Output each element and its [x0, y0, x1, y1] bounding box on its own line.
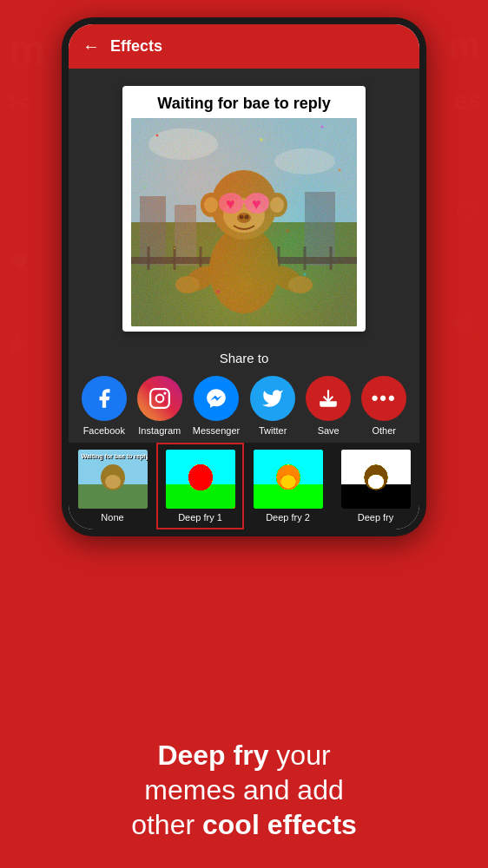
doodle-smiley: ☺ [451, 191, 483, 227]
meme-title: Waiting for bae to reply [131, 95, 357, 113]
effect-df2-label: Deep fry 2 [266, 512, 310, 523]
share-other[interactable]: ••• Other [361, 376, 406, 436]
effect-none-label: None [101, 512, 123, 523]
share-messenger[interactable]: Messenger [193, 376, 240, 436]
instagram-label: Instagram [138, 425, 181, 436]
twitter-label: Twitter [259, 425, 287, 436]
twitter-icon [250, 376, 295, 421]
effect-none-thumb: Waiting for bae to reply [78, 450, 148, 509]
svg-rect-46 [150, 389, 169, 408]
other-label: Other [372, 425, 396, 436]
svg-point-47 [155, 395, 163, 403]
thumb-text-none: Waiting for bae to reply [82, 453, 148, 459]
svg-point-48 [163, 391, 166, 394]
doodle-star: ★ [5, 330, 27, 358]
effect-df2-thumb: Waiting for bae to reply [254, 450, 323, 509]
effect-deep-fry-3[interactable]: Waiting for bae to reply Deep fry [332, 443, 419, 529]
tagline-bold-3: cool effects [202, 809, 357, 840]
svg-rect-63 [254, 450, 323, 509]
bottom-tagline: Deep fry your memes and add other cool e… [35, 738, 453, 842]
share-instagram[interactable]: Instagram [137, 376, 182, 436]
messenger-icon [194, 376, 239, 421]
share-label: Share to [220, 351, 269, 365]
effect-df1-thumb: Waiting for bae to reply [166, 450, 235, 509]
svg-point-67 [368, 475, 384, 489]
effect-df1-label: Deep fry 1 [178, 512, 222, 523]
effect-df3-label: Deep fry [358, 512, 394, 523]
meme-card: Waiting for bae to reply [122, 86, 366, 332]
instagram-icon [137, 376, 182, 421]
tagline-line2: memes and add [144, 774, 343, 806]
meme-image: ♥ ♥ [131, 118, 357, 326]
screen-title: Effects [110, 37, 162, 56]
noise-overlay [131, 118, 357, 326]
content-area: Waiting for bae to reply [69, 69, 419, 340]
share-twitter[interactable]: Twitter [250, 376, 295, 436]
tagline-bold-1: Deep fry [157, 740, 268, 771]
share-section: Share to Facebook Instagram [69, 340, 419, 443]
phone-mockup: ← Effects Waiting for bae to reply [62, 17, 426, 536]
facebook-label: Facebook [83, 425, 125, 436]
tagline-normal-1: your [268, 740, 330, 771]
effect-deep-fry-1[interactable]: Waiting for bae to reply Deep fry 1 [156, 443, 244, 529]
doodle-scissors: ✂ [7, 87, 30, 120]
facebook-icon [82, 376, 127, 421]
share-icons-row: Facebook Instagram Messenger [73, 376, 415, 436]
other-icon: ••• [361, 376, 406, 421]
doodle-m-left: m [9, 26, 46, 74]
effect-df3-thumb: Waiting for bae to reply [341, 450, 411, 509]
share-facebook[interactable]: Facebook [82, 376, 127, 436]
effect-deep-fry-2[interactable]: Waiting for bae to reply Deep fry 2 [244, 443, 332, 529]
share-save[interactable]: Save [306, 376, 351, 436]
save-label: Save [318, 425, 340, 436]
phone-screen: ← Effects Waiting for bae to reply [69, 24, 419, 529]
doodle-m-right: m [448, 26, 479, 65]
doodle-heart: ♥ [10, 243, 29, 279]
svg-rect-58 [166, 450, 235, 509]
top-bar: ← Effects [69, 24, 419, 69]
back-button[interactable]: ← [82, 36, 100, 56]
effect-none[interactable]: Waiting for bae to reply None [69, 443, 156, 529]
messenger-label: Messenger [193, 425, 240, 436]
save-icon [306, 376, 351, 421]
svg-point-53 [105, 475, 121, 489]
effects-row: Waiting for bae to reply None Waiting fo… [69, 443, 419, 529]
bottom-tagline-section: Deep fry your memes and add other cool e… [0, 738, 488, 842]
doodle-es-right: es [454, 87, 481, 115]
doodle-candy: 🍭 [451, 312, 481, 341]
tagline-normal-3: other [131, 809, 202, 840]
